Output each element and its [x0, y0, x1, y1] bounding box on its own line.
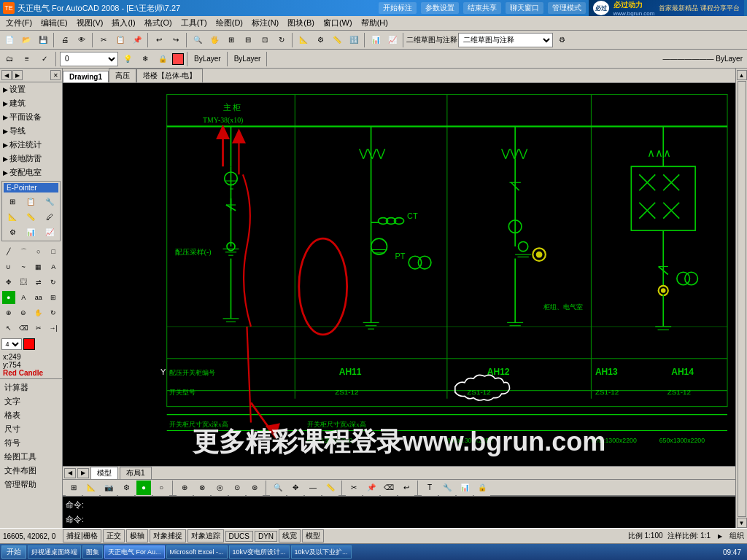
- sidebar-text[interactable]: 文字: [1, 394, 61, 408]
- draw-tab-0[interactable]: Drawing1: [63, 71, 109, 82]
- rotate-tool[interactable]: ↻: [47, 275, 61, 289]
- pan-tool[interactable]: ✋: [31, 306, 46, 320]
- menu-window[interactable]: 窗口(W): [319, 17, 357, 29]
- line-tool[interactable]: ╱: [1, 244, 16, 259]
- bt-icon-13[interactable]: ✥: [287, 480, 303, 496]
- copy-button[interactable]: 📋: [112, 32, 128, 48]
- sidebar-wire[interactable]: ▶ 导线: [0, 124, 62, 138]
- top-tab-2[interactable]: 结束共享: [463, 2, 501, 14]
- sidebar-substation[interactable]: ▶ 变配电室: [0, 166, 62, 179]
- menu-help[interactable]: 帮助(H): [357, 17, 392, 29]
- menu-block[interactable]: 图块(B): [283, 17, 319, 29]
- taskbar-item-2[interactable]: 天正电气 For Au...: [104, 545, 165, 559]
- bt-icon-23[interactable]: 🔒: [474, 480, 490, 496]
- top-tab-4[interactable]: 管理模式: [548, 2, 586, 14]
- osnap-btn[interactable]: 对象捕捉: [150, 529, 186, 542]
- spline-tool[interactable]: ~: [17, 260, 31, 274]
- layer-color[interactable]: [172, 53, 184, 65]
- menu-view[interactable]: 视图(V): [72, 17, 108, 29]
- workspace-config[interactable]: ⚙: [554, 32, 570, 48]
- dist-button[interactable]: 📊: [368, 32, 384, 48]
- layout-nav-left[interactable]: ◀: [64, 468, 76, 478]
- bt-icon-1[interactable]: ⊞: [66, 480, 82, 496]
- bt-icon-11[interactable]: ⊛: [247, 480, 263, 496]
- snap-grid-btn[interactable]: 捕捉|栅格: [63, 529, 101, 542]
- select-tool[interactable]: ↖: [1, 321, 16, 335]
- regen-button[interactable]: ↻: [274, 32, 290, 48]
- redo-button[interactable]: ↪: [168, 32, 184, 48]
- scroll-down[interactable]: ▼: [737, 518, 747, 528]
- taskbar-item-3[interactable]: Microsoft Excel -...: [166, 545, 228, 559]
- copy-tool[interactable]: ⿴: [17, 275, 31, 289]
- extend-tool[interactable]: →|: [47, 321, 61, 335]
- model-btn[interactable]: 模型: [302, 529, 324, 542]
- bt-icon-3[interactable]: 📷: [101, 480, 117, 496]
- bt-icon-20[interactable]: T: [422, 480, 438, 496]
- sidebar-calc[interactable]: 计算器: [1, 381, 61, 394]
- top-tab-1[interactable]: 参数设置: [421, 2, 459, 14]
- erase-tool[interactable]: ⌫: [17, 321, 31, 335]
- area-button[interactable]: 📈: [384, 32, 400, 48]
- sidebar-dim[interactable]: 尺寸: [1, 422, 61, 436]
- layer-states[interactable]: ≡: [19, 51, 35, 67]
- bt-icon-2[interactable]: 📐: [83, 480, 99, 496]
- layout-tab-model[interactable]: 模型: [90, 467, 118, 479]
- sidebar-settings[interactable]: ▶ 设置: [0, 82, 62, 96]
- layout-tab-1[interactable]: 布局1: [120, 467, 152, 479]
- sidebar-stats[interactable]: ▶ 标注统计: [0, 138, 62, 152]
- draw-tab-2[interactable]: 塔楼【总体-电】: [136, 69, 203, 82]
- cad-canvas[interactable]: Y 主 柜 TMY-38(x10): [63, 83, 735, 466]
- sidebar-filelayout[interactable]: 文件布图: [1, 464, 61, 478]
- bt-icon-16[interactable]: ✂: [346, 480, 362, 496]
- taskbar-item-4[interactable]: 10kV变电所设计...: [229, 545, 290, 559]
- zoom-extents[interactable]: ⊞: [223, 32, 239, 48]
- ep-icon-5[interactable]: 📏: [22, 209, 39, 224]
- text-tool[interactable]: A: [47, 260, 61, 274]
- menu-dimension[interactable]: 标注(N): [247, 17, 283, 29]
- ducs-btn[interactable]: DUCS: [225, 531, 253, 542]
- ep-icon-1[interactable]: ⊞: [4, 194, 21, 209]
- color-swatch[interactable]: [23, 338, 35, 350]
- zoom-win[interactable]: ⊡: [257, 32, 273, 48]
- sidebar-grounding[interactable]: ▶ 接地防雷: [0, 152, 62, 166]
- bt-icon-22[interactable]: 📊: [457, 480, 473, 496]
- bt-icon-18[interactable]: ⌫: [381, 480, 397, 496]
- workspace-select[interactable]: 二维草图与注释: [458, 33, 553, 47]
- scale-adjust[interactable]: ▶: [715, 531, 725, 541]
- sidebar-symbol[interactable]: 符号: [1, 436, 61, 450]
- bt-icon-12[interactable]: 🔍: [270, 480, 286, 496]
- nav-left[interactable]: ◀: [1, 70, 12, 80]
- bt-icon-7[interactable]: ⊕: [177, 480, 193, 496]
- sidebar-floorplan[interactable]: ▶ 平面设备: [0, 110, 62, 124]
- menu-format[interactable]: 格式(O): [140, 17, 177, 29]
- new-button[interactable]: 📄: [1, 32, 18, 48]
- insert-tool[interactable]: ⊞: [47, 290, 61, 305]
- start-button[interactable]: 开始: [1, 545, 26, 559]
- ep-icon-6[interactable]: 🖊: [41, 209, 58, 224]
- move-tool[interactable]: ✥: [1, 275, 16, 289]
- polar-btn[interactable]: 极轴: [126, 529, 148, 542]
- zoom-prev[interactable]: ⊟: [240, 32, 256, 48]
- panel-close[interactable]: ✕: [50, 70, 61, 80]
- make-current[interactable]: ✓: [36, 51, 53, 67]
- trim-tool[interactable]: ✂: [31, 321, 46, 335]
- taskbar-item-5[interactable]: 10kV及以下业扩...: [291, 545, 352, 559]
- calc-button[interactable]: 🔢: [346, 32, 362, 48]
- bt-icon-15[interactable]: 📏: [322, 480, 338, 496]
- hatch-tool[interactable]: ▦: [31, 260, 46, 274]
- ep-icon-3[interactable]: 🔧: [41, 194, 58, 209]
- print-button[interactable]: 🖨: [57, 32, 73, 48]
- menu-insert[interactable]: 插入(I): [107, 17, 139, 29]
- bt-icon-8[interactable]: ⊗: [194, 480, 210, 496]
- ep-icon-9[interactable]: 📈: [41, 225, 58, 239]
- open-button[interactable]: 📂: [18, 32, 34, 48]
- top-tab-0[interactable]: 开始标注: [379, 2, 417, 14]
- bt-icon-14[interactable]: —: [305, 480, 321, 496]
- ep-icon-2[interactable]: 📋: [22, 194, 39, 209]
- layer-freeze[interactable]: ❄: [137, 51, 153, 67]
- nav-right[interactable]: ▶: [12, 70, 23, 80]
- circle-tool[interactable]: ○: [31, 244, 46, 259]
- lw-btn[interactable]: 线宽: [279, 529, 301, 542]
- rect-tool[interactable]: □: [47, 244, 61, 259]
- paste-button[interactable]: 📌: [129, 32, 145, 48]
